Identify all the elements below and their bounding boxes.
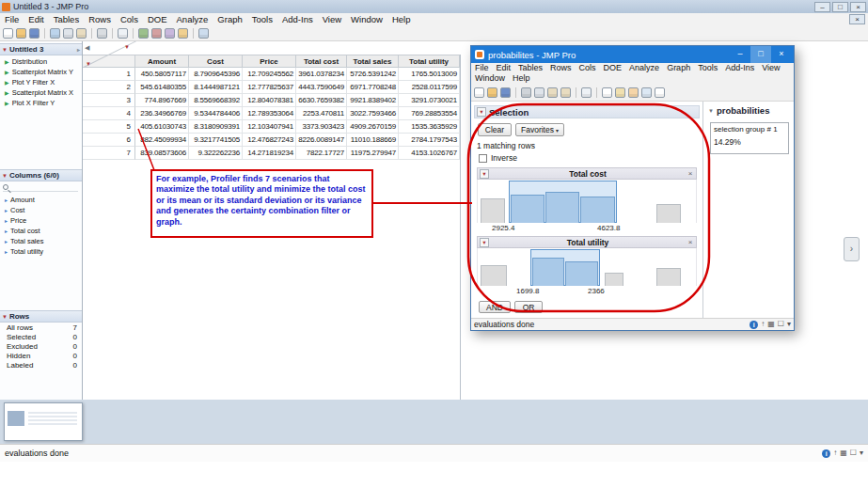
filter-menu-cols[interactable]: Cols [576,63,600,73]
rows-stat-all-rows[interactable]: All rows7 [0,323,82,333]
histogram-bar[interactable] [580,197,615,223]
row-number[interactable]: 7 [83,147,135,160]
paste-icon[interactable] [547,87,558,98]
table-cell[interactable]: 7822.17727 [296,147,347,160]
row-number[interactable]: 4 [83,107,135,120]
disclosure-icon[interactable]: ▼ [2,173,8,179]
menu-doe[interactable]: DOE [143,13,172,26]
clipboard-icon[interactable] [560,87,571,98]
report-icon[interactable] [165,28,175,39]
rows-stat-excluded[interactable]: Excluded0 [0,342,82,352]
table-cell[interactable]: 4909.2670159 [347,120,399,134]
table-cell[interactable]: 12.103407941 [243,120,296,134]
open-icon[interactable] [487,87,497,98]
histogram-bar[interactable] [481,198,505,223]
menu-graph[interactable]: Graph [213,13,246,26]
filter-menu-tables[interactable]: Tables [514,63,546,73]
histogram-bar[interactable] [511,195,544,223]
table-cell[interactable]: 12.709245562 [243,68,296,81]
script-item-plot-y-filter-x[interactable]: ▶Plot Y Filter X [0,77,82,87]
row-number[interactable]: 2 [83,81,135,94]
histogram-bar[interactable] [532,258,564,286]
save-icon[interactable] [500,87,511,98]
table-cell[interactable]: 8.5569668392 [189,94,243,107]
column-header-total-cost[interactable]: Total cost [296,55,347,68]
data-filter-window[interactable]: probabilites - JMP Pro – □ × FileEditTab… [470,45,795,331]
caret-down-icon[interactable]: ▾ [860,449,863,457]
clear-button[interactable]: Clear [478,123,512,136]
zoom-icon[interactable] [581,87,592,98]
menu-analyze[interactable]: Analyze [172,13,213,26]
panel-collapse-icon[interactable]: ▸ [77,46,80,53]
run-script-icon[interactable]: ▶ [5,69,9,75]
maximize-button[interactable]: □ [750,46,771,63]
rows-stat-labeled[interactable]: Labeled0 [0,361,82,370]
filter-menu-rows[interactable]: Rows [546,63,576,73]
table-cell[interactable]: 839.08573606 [135,147,189,160]
filter-menu-help[interactable]: Help [509,73,534,84]
info-icon[interactable] [822,449,830,458]
histogram-bar[interactable] [545,192,579,223]
script-item-scatterplot-matrix-y[interactable]: ▶Scatterplot Matrix Y [0,67,82,77]
menu-cols[interactable]: Cols [116,13,143,26]
probabilities-outline-header[interactable]: ▼ probabilities [708,105,769,116]
inverse-checkbox[interactable] [479,154,487,163]
run-script-icon[interactable]: ▶ [5,79,9,86]
table-cell[interactable]: 9.5344784406 [189,107,243,120]
hand-tool-icon[interactable] [628,87,639,98]
panel-expand-button[interactable]: › [844,237,860,261]
table-cell[interactable]: 8226.0089147 [296,134,347,147]
plus-tool-icon[interactable] [655,87,665,98]
filter-menu-file[interactable]: File [471,63,493,73]
disclosure-icon[interactable]: ▼ [708,108,714,114]
table-cell[interactable]: 774.8967669 [135,94,189,107]
up-arrow-icon[interactable]: ↑ [833,449,837,457]
rows-stat-selected[interactable]: Selected0 [0,333,82,342]
disclosure-icon[interactable]: ▼ [477,107,486,117]
up-arrow-icon[interactable]: ↑ [761,321,765,328]
table-cell[interactable]: 4443.7590649 [296,81,347,94]
table-cell[interactable]: 12.476827243 [243,134,296,147]
menu-help[interactable]: Help [387,13,416,26]
table-cell[interactable]: 8.1444987121 [189,81,243,94]
minimize-button[interactable]: – [814,2,830,12]
table-cell[interactable]: 4153.1026767 [399,147,460,160]
chart-icon[interactable] [138,28,149,39]
rows-panel-header[interactable]: ▼ Rows [0,310,82,323]
column-header-amount[interactable]: Amount [135,55,189,68]
menu-tools[interactable]: Tools [247,13,277,26]
histogram-bar[interactable] [656,268,681,286]
row-number[interactable]: 6 [83,134,135,147]
table-cell[interactable]: 2528.0117599 [399,81,460,94]
save-icon[interactable] [29,28,39,39]
histogram-bar[interactable] [605,273,623,286]
script-item-scatterplot-matrix-x[interactable]: ▶Scatterplot Matrix X [0,87,82,98]
row-number[interactable]: 3 [83,94,135,107]
zoom-in-tool-icon[interactable] [641,87,652,98]
cut-icon[interactable] [521,87,531,98]
filter-menu-doe[interactable]: DOE [600,63,626,73]
filter-menu-window[interactable]: Window [471,73,509,84]
filter-window-titlebar[interactable]: probabilites - JMP Pro – □ × [471,46,794,63]
pencil-icon[interactable] [178,28,188,39]
table-cell[interactable]: 236.34966769 [135,107,189,120]
table-cell[interactable]: 8.3180909391 [189,120,243,134]
table-cell[interactable]: 2253.470811 [296,107,347,120]
script-item-plot-x-filter-y[interactable]: ▶Plot X Filter Y [0,98,82,108]
table-cell[interactable]: 12.804078381 [243,94,296,107]
column-header-total-utility[interactable]: Total utility [399,55,460,68]
table-cell[interactable]: 3022.7593466 [347,107,399,120]
close-button[interactable]: × [771,46,792,63]
table-cell[interactable]: 1535.3635929 [399,120,460,134]
table-cell[interactable]: 5726.5391242 [347,68,399,81]
table-cell[interactable]: 9.3217741505 [189,134,243,147]
table-cell[interactable]: 9921.8389402 [347,94,399,107]
filter-menu-edit[interactable]: Edit [493,63,515,73]
document-close-button[interactable]: × [849,14,865,24]
data-filter-icon[interactable] [198,28,209,39]
columns-menu-icon[interactable]: ▼ [124,44,130,50]
grid-icon[interactable]: ▦ [840,449,847,457]
table-cell[interactable]: 450.58057117 [135,68,189,81]
table-cell[interactable]: 2784.1797543 [399,134,460,147]
table-cell[interactable]: 6630.7659382 [296,94,347,107]
